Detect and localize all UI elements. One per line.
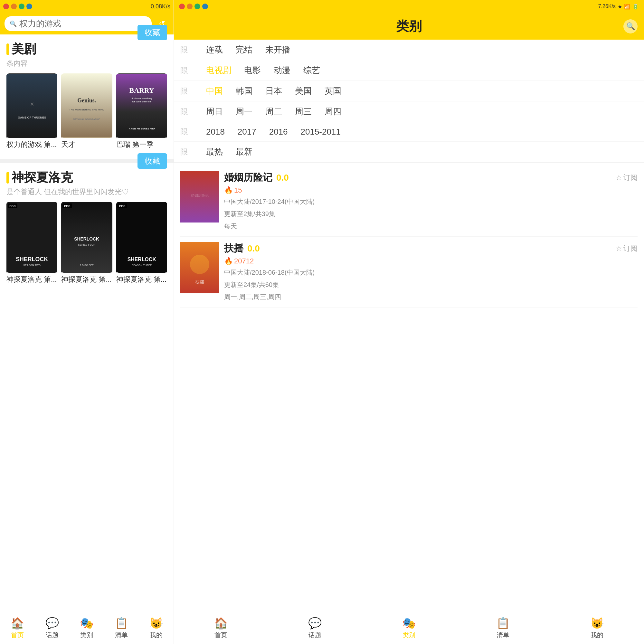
poster-sherlock1-label: 神探夏洛克 第... — [6, 275, 57, 288]
nav-mine-label-right: 我的 — [591, 631, 603, 639]
svg-text:BARRY: BARRY — [129, 87, 154, 94]
subscribe-label-fuyao: 订阅 — [623, 244, 638, 253]
list-icon-left: 📋 — [115, 617, 128, 630]
show-poster-fuyao: 扶摇 — [180, 242, 219, 293]
filter-opt-tue[interactable]: 周二 — [265, 106, 282, 117]
nav-category-left[interactable]: 🎭 类别 — [80, 617, 93, 639]
subscribe-btn-hunyin[interactable]: ☆ 订阅 — [616, 173, 638, 183]
filter-opt-2017[interactable]: 2017 — [238, 127, 256, 137]
filter-opt-japan[interactable]: 日本 — [265, 85, 282, 97]
filter-opt-uk[interactable]: 英国 — [325, 85, 341, 97]
search-icon: 🔍 — [10, 20, 17, 27]
svg-text:SERIES FOUR: SERIES FOUR — [78, 243, 96, 246]
meiju-subtitle: 条内容 — [6, 59, 167, 68]
filter-opt-2016[interactable]: 2016 — [269, 127, 288, 137]
svg-text:SHERLOCK: SHERLOCK — [16, 256, 48, 262]
filter-options-3: 周日 周一 周二 周三 周四 — [206, 106, 341, 117]
filter-opt-weibofang[interactable]: 未开播 — [265, 44, 290, 55]
left-bottom-nav: 🏠 首页 💬 话题 🎭 类别 📋 清单 😺 我的 — [0, 612, 174, 644]
filter-opt-mon[interactable]: 周一 — [236, 106, 252, 117]
filter-opt-wanjie[interactable]: 完结 — [236, 44, 252, 55]
right-search-icon: 🔍 — [626, 22, 635, 31]
filter-opt-china[interactable]: 中国 — [206, 85, 223, 97]
svg-text:2 DISC SET: 2 DISC SET — [80, 264, 94, 267]
nav-mine-left[interactable]: 😺 我的 — [149, 617, 163, 639]
search-wrapper[interactable]: 🔍 — [5, 16, 152, 31]
filter-opt-wed[interactable]: 周三 — [295, 106, 312, 117]
filter-opt-dongman[interactable]: 动漫 — [274, 65, 290, 76]
heat-value-fuyao: 20712 — [234, 257, 254, 265]
meiju-posters-row: ⚔ GAME OF THRONES 权力的游戏 第... — [6, 73, 167, 153]
show-info-hunyin: 婚姻历险记 0.0 ☆ 订阅 🔥 15 中国大陆/2017-10-24(中国大陆… — [224, 171, 638, 231]
filter-opt-thu[interactable]: 周四 — [325, 106, 341, 117]
left-speed-text: 0.08K/s — [151, 3, 170, 10]
bluetooth-icon: ★ — [618, 4, 622, 10]
category-icon-right: 🎭 — [402, 617, 416, 630]
poster-barry[interactable]: BARRY A hitman searching for some other … — [116, 73, 167, 153]
subscribe-btn-fuyao[interactable]: ☆ 订阅 — [616, 244, 638, 253]
poster-got-label: 权力的游戏 第... — [6, 140, 57, 153]
show-item-fuyao[interactable]: 扶摇 扶摇 0.0 ☆ 订阅 🔥 20712 — [180, 237, 638, 308]
poster-got[interactable]: ⚔ GAME OF THRONES 权力的游戏 第... — [6, 73, 57, 153]
nav-topic-left[interactable]: 💬 话题 — [45, 617, 59, 639]
filter-opt-dianying[interactable]: 电影 — [244, 65, 261, 76]
poster-sherlock3[interactable]: BBC SHERLOCK SEASON THREE 神探夏洛克 第... — [116, 202, 167, 288]
fire-icon-hunyin: 🔥 — [224, 186, 233, 194]
right-header-search-button[interactable]: 🔍 — [623, 19, 638, 33]
sherlock-title-bar — [6, 172, 9, 184]
nav-list-left[interactable]: 📋 清单 — [115, 617, 128, 639]
dot-red — [3, 4, 9, 9]
filter-row-2: 限 中国 韩国 日本 美国 英国 — [174, 81, 644, 101]
filter-row-4: 限 2018 2017 2016 2015-2011 — [174, 122, 644, 142]
svg-point-31 — [190, 255, 209, 274]
right-speed-text: 7.26K/s — [598, 4, 616, 9]
show-meta1-fuyao: 中国大陆/2018-06-18(中国大陆) — [224, 267, 638, 278]
poster-sherlock2-label: 神探夏洛克 第... — [61, 275, 112, 288]
search-input[interactable] — [19, 19, 147, 29]
star-icon-hunyin: ☆ — [616, 174, 622, 182]
filter-opt-lianbo[interactable]: 连载 — [206, 44, 223, 55]
show-list-container: 婚姻历险记 婚姻历险记 0.0 ☆ 订阅 🔥 15 — [174, 163, 644, 311]
filter-options-4: 2018 2017 2016 2015-2011 — [206, 127, 341, 137]
filter-opt-dianjuju[interactable]: 电视剧 — [206, 65, 231, 76]
nav-category-right[interactable]: 🎭 类别 — [402, 617, 416, 639]
home-icon-left: 🏠 — [11, 617, 24, 630]
poster-sherlock2[interactable]: BBC SHERLOCK SERIES FOUR 2 DISC SET 神探夏洛… — [61, 202, 112, 288]
svg-text:Genius.: Genius. — [78, 97, 96, 104]
collect-button-sherlock[interactable]: 收藏 — [137, 153, 167, 169]
svg-text:NATIONAL GEOGRAPHIC: NATIONAL GEOGRAPHIC — [73, 118, 100, 120]
filter-opt-2015[interactable]: 2015-2011 — [301, 127, 341, 137]
nav-topic-right[interactable]: 💬 话题 — [308, 617, 322, 639]
dot-blue — [26, 4, 32, 9]
sherlock-title: 神探夏洛克 — [12, 169, 73, 186]
nav-category-label-left: 类别 — [80, 631, 93, 639]
filter-opt-hot[interactable]: 最热 — [206, 146, 223, 157]
show-title-row-fuyao: 扶摇 0.0 ☆ 订阅 — [224, 242, 638, 255]
star-icon-fuyao: ☆ — [616, 244, 622, 253]
collect-button-meiju[interactable]: 收藏 — [137, 25, 167, 40]
nav-home-label-right: 首页 — [214, 631, 227, 639]
filter-label-4: 限 — [180, 127, 206, 137]
dot-orange — [11, 4, 17, 9]
heat-value-hunyin: 15 — [234, 186, 242, 194]
svg-text:for some other life: for some other life — [132, 100, 151, 103]
filter-opt-zongyi[interactable]: 综艺 — [303, 65, 320, 76]
filter-opt-usa[interactable]: 美国 — [295, 85, 312, 97]
poster-genius-label: 天才 — [61, 140, 112, 153]
nav-home-left[interactable]: 🏠 首页 — [11, 617, 24, 639]
poster-genius[interactable]: Genius. THE MAN BEHIND THE MIND NATIONAL… — [61, 73, 112, 153]
filter-label-5: 限 — [180, 147, 206, 157]
filter-opt-new[interactable]: 最新 — [236, 146, 252, 157]
svg-rect-3 — [61, 74, 112, 137]
filter-opt-2018[interactable]: 2018 — [206, 127, 225, 137]
nav-list-right[interactable]: 📋 清单 — [496, 617, 510, 639]
nav-mine-right[interactable]: 😺 我的 — [590, 617, 604, 639]
nav-home-right[interactable]: 🏠 首页 — [214, 617, 228, 639]
show-item-hunyin[interactable]: 婚姻历险记 婚姻历险记 0.0 ☆ 订阅 🔥 15 — [180, 166, 638, 237]
left-panel: 0.08K/s 🔍 ↺ 收藏 美剧 条内容 — [0, 0, 174, 644]
filter-label-0: 限 — [180, 45, 206, 55]
nav-mine-label-left: 我的 — [150, 631, 163, 639]
filter-opt-sun[interactable]: 周日 — [206, 106, 223, 117]
poster-sherlock1[interactable]: BBC SHERLOCK SEASON TWO 神探夏洛克 第... — [6, 202, 57, 288]
filter-opt-korea[interactable]: 韩国 — [236, 85, 252, 97]
